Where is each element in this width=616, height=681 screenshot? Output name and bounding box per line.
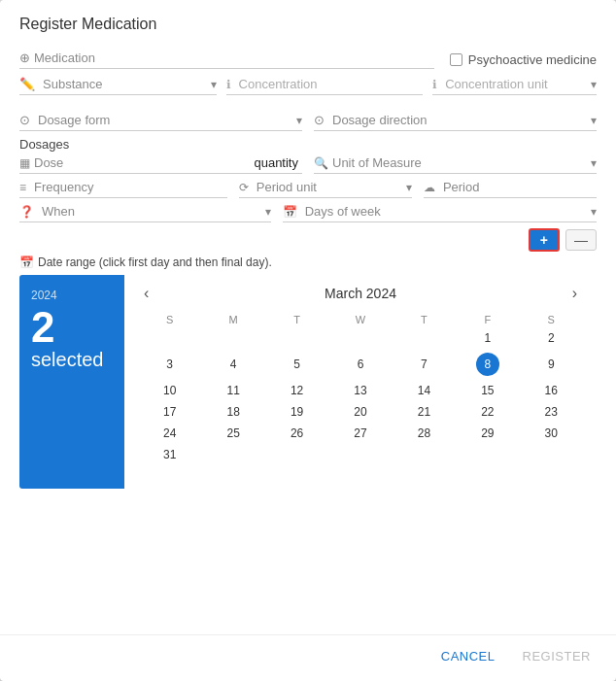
calendar-week-row: 12: [138, 327, 583, 349]
period-label: Period: [443, 180, 597, 194]
concentration-unit-field[interactable]: ℹ Concentration unit ▾: [432, 77, 597, 95]
calendar-day[interactable]: 7: [393, 349, 456, 380]
calendar-day[interactable]: 19: [265, 401, 328, 423]
calendar-day: [328, 327, 392, 349]
substance-dropdown-icon: ▾: [211, 78, 217, 91]
calendar-day[interactable]: 23: [520, 401, 583, 423]
substance-field[interactable]: ✏️ Substance ▾: [19, 77, 217, 95]
when-field[interactable]: ❓ When ▾: [19, 204, 271, 222]
register-button[interactable]: REGISTER: [517, 645, 597, 667]
calendar-day[interactable]: 3: [138, 349, 201, 380]
medication-field[interactable]: ⊕ Medication: [19, 51, 434, 69]
dosage-direction-label: Dosage direction: [332, 113, 587, 127]
frequency-label: Frequency: [34, 180, 227, 194]
calendar-day: [520, 444, 583, 465]
calendar-day: [201, 327, 264, 349]
day-header-t1: T: [265, 312, 328, 327]
dosage-form-field[interactable]: ⊙ Dosage form ▾: [19, 113, 302, 131]
period-unit-icon: ⟳: [239, 181, 249, 194]
calendar-day[interactable]: 1: [456, 327, 519, 349]
calendar-day[interactable]: 27: [328, 423, 392, 444]
calendar-grid: S M T W T F S 12345678910111213141516171…: [138, 312, 583, 465]
calendar-day[interactable]: 31: [138, 444, 201, 465]
frequency-field[interactable]: ≡ Frequency: [19, 180, 227, 198]
calendar-day[interactable]: 21: [393, 401, 456, 423]
calendar-day[interactable]: 16: [520, 380, 583, 401]
calendar-day[interactable]: 8: [456, 349, 519, 380]
selected-count: 2: [31, 306, 113, 349]
calendar-day: [138, 327, 201, 349]
calendar-day: [393, 327, 456, 349]
calendar-day[interactable]: 2: [520, 327, 583, 349]
dosage-direction-icon: ⊙: [314, 113, 325, 127]
calendar-day[interactable]: 26: [265, 423, 328, 444]
calendar-day[interactable]: 29: [456, 423, 519, 444]
register-medication-dialog: Register Medication ⊕ Medication Psychoa…: [0, 0, 616, 681]
calendar-container: 2024 2 selected ‹ March 2024 › S: [19, 275, 597, 489]
calendar-day[interactable]: 13: [328, 380, 392, 401]
calendar-days-header: S M T W T F S: [138, 312, 583, 327]
dose-row: ▦ Dose quantity 🔍 Unit of Measure ▾: [19, 155, 597, 174]
dosage-direction-field[interactable]: ⊙ Dosage direction ▾: [314, 113, 597, 131]
calendar-day[interactable]: 6: [328, 349, 392, 380]
substance-concentration-row: ✏️ Substance ▾ ℹ Concentration ℹ Concent…: [19, 77, 597, 95]
days-of-week-label: Days of week: [305, 204, 587, 219]
dosages-label: Dosages: [19, 137, 597, 152]
calendar-day[interactable]: 24: [138, 423, 201, 444]
day-header-m: M: [201, 312, 264, 327]
calendar-day[interactable]: 10: [138, 380, 201, 401]
calendar-day[interactable]: 22: [456, 401, 519, 423]
calendar-day[interactable]: 28: [393, 423, 456, 444]
dose-icon: ▦: [19, 156, 30, 170]
calendar-day[interactable]: 20: [328, 401, 392, 423]
calendar-day[interactable]: 30: [520, 423, 583, 444]
calendar-day[interactable]: 9: [520, 349, 583, 380]
calendar-week-row: 10111213141516: [138, 380, 583, 401]
selected-panel: 2024 2 selected: [19, 275, 124, 489]
day-header-w: W: [328, 312, 392, 327]
concentration-label: Concentration: [239, 77, 424, 91]
when-icon: ❓: [19, 205, 34, 219]
calendar-day[interactable]: 5: [265, 349, 328, 380]
selected-text: selected: [31, 349, 113, 371]
calendar-day[interactable]: 25: [201, 423, 264, 444]
period-unit-field[interactable]: ⟳ Period unit ▾: [239, 180, 412, 198]
calendar-day: [265, 327, 328, 349]
calendar-day[interactable]: 18: [201, 401, 264, 423]
uom-field[interactable]: 🔍 Unit of Measure ▾: [314, 155, 597, 174]
dialog-content: ⊕ Medication Psychoactive medicine ✏️ Su…: [0, 43, 616, 634]
dose-field[interactable]: ▦ Dose quantity: [19, 155, 302, 174]
freq-period-row: ≡ Frequency ⟳ Period unit ▾ ☁ Period: [19, 180, 597, 198]
concunit-icon: ℹ: [432, 78, 437, 91]
days-of-week-field[interactable]: 📅 Days of week ▾: [283, 204, 597, 222]
calendar-day[interactable]: 14: [393, 380, 456, 401]
add-date-range-button[interactable]: +: [529, 228, 560, 252]
cancel-button[interactable]: CANCEL: [435, 645, 501, 667]
remove-date-range-button[interactable]: —: [565, 229, 597, 251]
date-range-controls: + —: [19, 228, 597, 252]
psychoactive-label: Psychoactive medicine: [468, 52, 597, 67]
psychoactive-checkbox[interactable]: [450, 53, 462, 66]
calendar-section: + — 📅 Date range (click first day and th…: [19, 228, 597, 489]
calendar-day[interactable]: 17: [138, 401, 201, 423]
dosage-form-icon: ⊙: [19, 113, 30, 127]
period-field[interactable]: ☁ Period: [424, 180, 597, 198]
calendar-week-row: 24252627282930: [138, 423, 583, 444]
calendar-day[interactable]: 12: [265, 380, 328, 401]
prev-month-button[interactable]: ‹: [138, 283, 154, 304]
calendar-day: [456, 444, 519, 465]
dosage-form-direction-row: ⊙ Dosage form ▾ ⊙ Dosage direction ▾: [19, 113, 597, 131]
frequency-icon: ≡: [19, 181, 26, 194]
concentration-icon: ℹ: [226, 78, 231, 91]
calendar-day[interactable]: 15: [456, 380, 519, 401]
calendar-day[interactable]: 11: [201, 380, 264, 401]
dosage-form-label: Dosage form: [38, 113, 292, 127]
period-unit-dropdown-icon: ▾: [406, 181, 412, 194]
days-of-week-icon: 📅: [283, 205, 297, 219]
calendar-day[interactable]: 4: [201, 349, 264, 380]
calendar-week-row: 31: [138, 444, 583, 465]
concentration-field[interactable]: ℹ Concentration: [226, 77, 424, 95]
next-month-button[interactable]: ›: [566, 283, 583, 304]
calendar-week-row: 3456789: [138, 349, 583, 380]
dose-quantity: quantity: [254, 155, 302, 170]
